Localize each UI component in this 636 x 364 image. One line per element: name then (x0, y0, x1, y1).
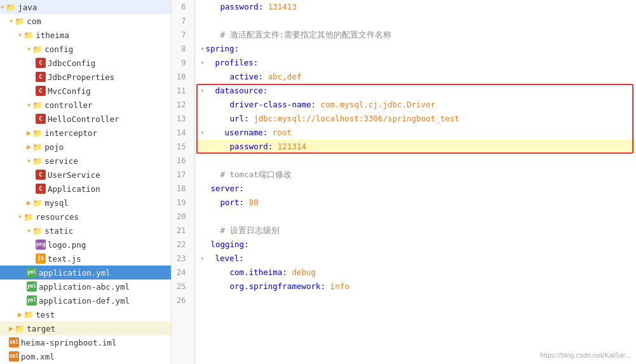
code-line: com.itheima: debug (195, 266, 636, 280)
fold-arrow[interactable]: ▾ (200, 84, 204, 98)
line-number: 11 (177, 84, 189, 98)
sidebar-item-label: mysql (44, 198, 69, 208)
sidebar-item-application-abc.yml[interactable]: ymlapplication-abc.yml (0, 280, 171, 293)
sidebar-item-controller[interactable]: ▾📁controller (0, 98, 171, 112)
sidebar-item-label: MvcConfig (48, 86, 91, 96)
sidebar-item-java[interactable]: ▾📁java (0, 0, 171, 14)
line-number: 7 (177, 28, 189, 42)
code-editor: 677891011121314151617181920212223242526 … (172, 0, 636, 364)
sidebar-item-label: target (27, 324, 55, 334)
sidebar-item-JdbcConfig[interactable]: CJdbcConfig (0, 56, 171, 70)
line-number: 6 (177, 0, 189, 14)
sidebar-item-pom.xml[interactable]: xmlpom.xml (0, 349, 171, 363)
token: jdbc:mysql://localhost:3306/springboot_t… (254, 112, 459, 126)
fold-arrow[interactable]: ▾ (200, 252, 204, 266)
line-number: 21 (177, 224, 189, 238)
sidebar-item-service[interactable]: ▾📁service (0, 154, 171, 168)
code-line (195, 210, 636, 224)
token: debug (292, 266, 316, 280)
line-number: 17 (177, 168, 189, 182)
sidebar-item-label: java (18, 3, 37, 12)
token: info (330, 280, 349, 293)
sidebar-item-label: resources (36, 212, 79, 222)
sidebar-item-label: service (44, 156, 78, 166)
token: abc,def (268, 70, 302, 84)
sidebar-item-JdbcProperties[interactable]: CJdbcProperties (0, 70, 171, 84)
token: server: (210, 182, 244, 196)
sidebar-item-label: com (27, 17, 41, 26)
sidebar-item-label: text.js (48, 254, 81, 264)
sidebar-item-Application[interactable]: CApplication (0, 182, 171, 196)
token: 131413 (268, 0, 297, 14)
sidebar-item-label: HelloController (48, 114, 119, 124)
sidebar-item-itheima[interactable]: ▾📁itheima (0, 28, 171, 42)
code-line: server: (195, 182, 636, 196)
sidebar-item-config[interactable]: ▾📁config (0, 42, 171, 56)
token: org.springframework: (210, 280, 330, 293)
sidebar-item-UserService[interactable]: CUserService (0, 168, 171, 182)
line-number: 12 (177, 98, 189, 112)
code-line: ▾ datasource: (195, 84, 636, 98)
sidebar-item-MvcConfig[interactable]: CMvcConfig (0, 84, 171, 98)
token: password: (210, 140, 277, 154)
sidebar-item-label: interceptor (44, 128, 97, 138)
code-line: port: 80 (195, 196, 636, 210)
token: level: (205, 252, 243, 266)
sidebar-item-mysql[interactable]: ▶📁mysql (0, 196, 171, 210)
sidebar-item-label: Application (48, 184, 100, 194)
sidebar-item-test[interactable]: ▶📁test (0, 307, 171, 321)
line-number: 26 (177, 293, 189, 307)
sidebar-item-heima-springboot.xml[interactable]: xmlheima-springboot.iml (0, 335, 171, 349)
code-line: logging: (195, 238, 636, 252)
line-number: 25 (177, 280, 189, 293)
code-line (195, 293, 636, 307)
sidebar-item-label: JdbcProperties (48, 72, 114, 82)
sidebar-item-resources[interactable]: ▾📁resources (0, 210, 171, 224)
code-line: # tomcat端口修改 (195, 168, 636, 182)
fold-arrow[interactable]: ▾ (200, 126, 204, 140)
sidebar-item-target[interactable]: ▶📁target (0, 321, 171, 335)
sidebar-item-label: application-abc.yml (39, 282, 130, 292)
token: datasource: (205, 84, 267, 98)
code-line: active: abc,def (195, 70, 636, 84)
token: com.mysql.cj.jdbc.Driver (321, 98, 436, 112)
sidebar-item-text.js[interactable]: jstext.js (0, 252, 171, 266)
sidebar-item-label: application.yml (39, 268, 111, 278)
line-number: 18 (177, 182, 189, 196)
code-line: # 激活配置文件:需要指定其他的配置文件名称 (195, 28, 636, 42)
token: profiles: (205, 56, 258, 70)
code-line: password: 121314 (195, 140, 636, 154)
sidebar-item-label: application-def.yml (39, 296, 130, 306)
code-line (195, 154, 636, 168)
sidebar-item-com[interactable]: ▾📁com (0, 14, 171, 28)
line-number: 22 (177, 238, 189, 252)
token: password: (210, 0, 267, 14)
sidebar-item-label: test (36, 310, 55, 320)
line-number: 19 (177, 196, 189, 210)
sidebar-item-label: config (44, 44, 73, 54)
token: logging: (210, 238, 248, 252)
sidebar-item-static[interactable]: ▾📁static (0, 224, 171, 238)
code-line: ▾ profiles: (195, 56, 636, 70)
sidebar-item-application.yml[interactable]: ymlapplication.yml (0, 266, 171, 280)
line-number: 7 (177, 14, 189, 28)
sidebar-item-pojo[interactable]: ▶📁pojo (0, 140, 171, 154)
sidebar-item-application-def.yml[interactable]: ymlapplication-def.yml (0, 293, 171, 307)
token: username: (205, 126, 272, 140)
line-number: 9 (177, 56, 189, 70)
line-number: 10 (177, 70, 189, 84)
sidebar-item-label: logo.png (48, 240, 86, 250)
token: root (273, 126, 292, 140)
sidebar-item-interceptor[interactable]: ▶📁interceptor (0, 126, 171, 140)
token: 80 (249, 196, 259, 210)
code-line: password: 131413 (195, 0, 636, 14)
fold-arrow[interactable]: ▾ (200, 42, 204, 56)
file-tree[interactable]: ▾📁java▾📁com▾📁itheima▾📁configCJdbcConfigC… (0, 0, 172, 364)
line-number: 15 (177, 140, 189, 154)
token: # 激活配置文件:需要指定其他的配置文件名称 (210, 28, 391, 42)
fold-arrow[interactable]: ▾ (200, 56, 204, 70)
sidebar-item-logo.png[interactable]: pnglogo.png (0, 238, 171, 252)
sidebar-item-HelloController[interactable]: CHelloController (0, 112, 171, 126)
line-number: 14 (177, 126, 189, 140)
code-line (195, 14, 636, 28)
